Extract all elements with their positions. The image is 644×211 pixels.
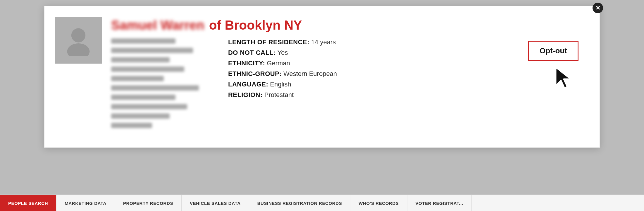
blurred-detail-8 [111, 104, 187, 109]
bottom-tabs: PEOPLE SEARCHMARKETING DATAPROPERTY RECO… [0, 195, 472, 211]
person-location: of Brooklyn NY [209, 18, 302, 33]
detail-item: RELIGION: Protestant [228, 91, 504, 99]
blurred-detail-5 [111, 76, 164, 81]
bottom-tab-property-records[interactable]: PROPERTY RECORDS [115, 195, 182, 211]
optout-button[interactable]: Opt-out [528, 41, 578, 61]
bottom-tab-vehicle-sales-data[interactable]: VEHICLE SALES DATA [182, 195, 249, 211]
title-area: Samuel Warren of Brooklyn NY [111, 17, 586, 130]
bottom-tab-people-search[interactable]: PEOPLE SEARCH [0, 195, 56, 211]
details-container: LENGTH OF RESIDENCE: 14 yearsDO NOT CALL… [111, 38, 586, 130]
detail-item: LANGUAGE: English [228, 81, 504, 88]
left-details-blurred [111, 38, 211, 130]
blurred-detail-2 [111, 48, 193, 53]
cursor-arrow [553, 65, 577, 92]
bottom-tab-whos-records[interactable]: WHO'S RECORDS [350, 195, 407, 211]
title-row: Samuel Warren of Brooklyn NY [111, 18, 586, 33]
blurred-detail-7 [111, 95, 175, 100]
bottom-tab-bar: PEOPLE SEARCHMARKETING DATAPROPERTY RECO… [0, 195, 644, 211]
blurred-detail-3 [111, 57, 170, 62]
person-name-blurred: Samuel Warren [111, 18, 204, 33]
detail-item: ETHNIC-GROUP: Western European [228, 70, 504, 78]
modal-header: Samuel Warren of Brooklyn NY [55, 17, 586, 130]
detail-item: ETHNICITY: German [228, 59, 504, 67]
bottom-tab-marketing-data[interactable]: MARKETING DATA [56, 195, 115, 211]
close-button[interactable]: ✕ [593, 3, 603, 13]
svg-marker-2 [556, 67, 571, 88]
bottom-tab-voter-registrat[interactable]: VOTER REGISTRAT... [407, 195, 472, 211]
blurred-detail-6 [111, 85, 199, 91]
svg-point-0 [71, 28, 85, 42]
right-details: LENGTH OF RESIDENCE: 14 yearsDO NOT CALL… [228, 38, 504, 130]
blurred-detail-10 [111, 123, 152, 128]
close-icon: ✕ [595, 5, 600, 11]
profile-modal: ✕ Samuel Warren of Brooklyn NY [44, 6, 600, 148]
avatar [55, 17, 102, 64]
detail-item: DO NOT CALL: Yes [228, 49, 504, 57]
blurred-detail-4 [111, 67, 184, 72]
detail-item: LENGTH OF RESIDENCE: 14 years [228, 38, 504, 46]
blurred-detail-1 [111, 38, 175, 44]
svg-point-1 [67, 43, 90, 56]
bottom-tab-business-registration-records[interactable]: BUSINESS REGISTRATION RECORDS [249, 195, 351, 211]
blurred-detail-9 [111, 113, 170, 119]
optout-area: Opt-out [521, 38, 586, 130]
